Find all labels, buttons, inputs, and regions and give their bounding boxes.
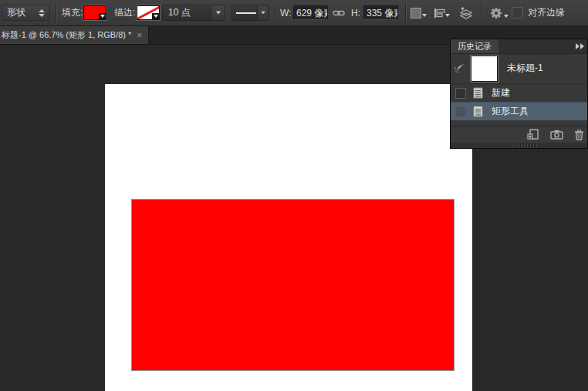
fill-label: 填充: <box>62 6 83 19</box>
snapshot-thumbnail <box>471 56 498 82</box>
document-tab-title: 标题-1 @ 66.7% (矩形 1, RGB/8) * <box>2 29 131 41</box>
divider <box>275 3 276 22</box>
history-panel-header: 历史记录 <box>451 39 587 54</box>
align-edges-label: 对齐边缘 <box>528 6 565 19</box>
history-panel-tab[interactable]: 历史记录 <box>451 39 498 53</box>
history-snapshot-row[interactable]: 未标题-1 <box>451 53 587 83</box>
shape-settings-button[interactable] <box>489 6 503 20</box>
document-canvas[interactable] <box>105 84 472 391</box>
width-label: W: <box>280 8 291 19</box>
stroke-label: 描边: <box>114 6 135 19</box>
solid-line-icon <box>236 12 256 14</box>
history-states-list: 新建 矩形工具 <box>451 83 587 120</box>
options-bar: 形状 填充: 描边: 10 点 <box>0 0 588 26</box>
history-panel: 历史记录 未标题-1 <box>450 39 588 149</box>
close-tab-icon[interactable]: × <box>137 31 142 40</box>
path-alignment-icon <box>434 8 445 19</box>
double-arrow-icon <box>575 42 585 50</box>
path-arrangement-button[interactable] <box>459 7 473 19</box>
history-brush-checkbox[interactable] <box>455 106 466 117</box>
document-tab[interactable]: 标题-1 @ 66.7% (矩形 1, RGB/8) * × <box>0 26 149 44</box>
gear-icon <box>489 6 503 20</box>
delete-state-button[interactable] <box>574 130 584 140</box>
history-state-label: 矩形工具 <box>492 105 529 118</box>
stroke-width-value: 10 点 <box>168 6 191 19</box>
path-operations-icon <box>411 8 421 19</box>
panel-resize-grip[interactable] <box>505 144 539 147</box>
chevron-down-icon <box>211 5 225 20</box>
history-brush-icon <box>454 62 465 74</box>
document-state-icon <box>473 106 484 118</box>
new-document-from-state-button[interactable] <box>526 129 539 140</box>
mini-caret-icon <box>445 14 450 17</box>
width-input[interactable]: 629 像素 <box>293 5 328 20</box>
path-alignment-button[interactable] <box>434 8 445 19</box>
path-operations-button[interactable] <box>411 8 421 19</box>
stepper-arrows-icon <box>39 9 45 17</box>
divider <box>481 3 482 22</box>
mini-caret-icon <box>504 15 509 18</box>
align-edges-checkbox[interactable] <box>512 7 523 19</box>
new-snapshot-button[interactable] <box>550 130 563 140</box>
divider <box>405 3 407 22</box>
swatch-caret-icon <box>99 13 106 19</box>
snapshot-name: 未标题-1 <box>507 62 543 75</box>
tool-mode-dropdown[interactable]: 形状 <box>2 5 50 21</box>
history-state-row[interactable]: 新建 <box>451 83 587 102</box>
fill-color-swatch[interactable] <box>83 5 106 20</box>
tool-mode-label: 形状 <box>7 6 25 19</box>
history-brush-source-well[interactable] <box>452 62 466 76</box>
history-state-label: 新建 <box>492 86 510 99</box>
document-state-icon <box>473 87 484 99</box>
stroke-width-dropdown[interactable]: 10 点 <box>162 5 225 21</box>
red-rectangle-shape[interactable] <box>131 199 455 371</box>
stroke-style-dropdown[interactable] <box>231 5 269 21</box>
history-panel-footer <box>451 126 587 143</box>
height-input[interactable]: 335 像素 <box>363 5 398 20</box>
swatch-caret-icon <box>152 13 159 19</box>
height-label: H: <box>351 8 360 19</box>
mini-caret-icon <box>422 14 427 17</box>
collapse-panel-button[interactable] <box>575 39 587 53</box>
chevron-down-icon <box>257 5 268 20</box>
divider <box>56 3 57 22</box>
stroke-color-swatch[interactable] <box>137 5 160 20</box>
link-dimensions-icon[interactable] <box>333 8 345 18</box>
history-brush-checkbox[interactable] <box>455 88 466 99</box>
history-state-row[interactable]: 矩形工具 <box>451 102 587 120</box>
panel-bottom-edge <box>451 143 587 148</box>
path-arrangement-icon <box>459 7 473 19</box>
photoshop-window: 形状 填充: 描边: 10 点 <box>0 0 588 391</box>
